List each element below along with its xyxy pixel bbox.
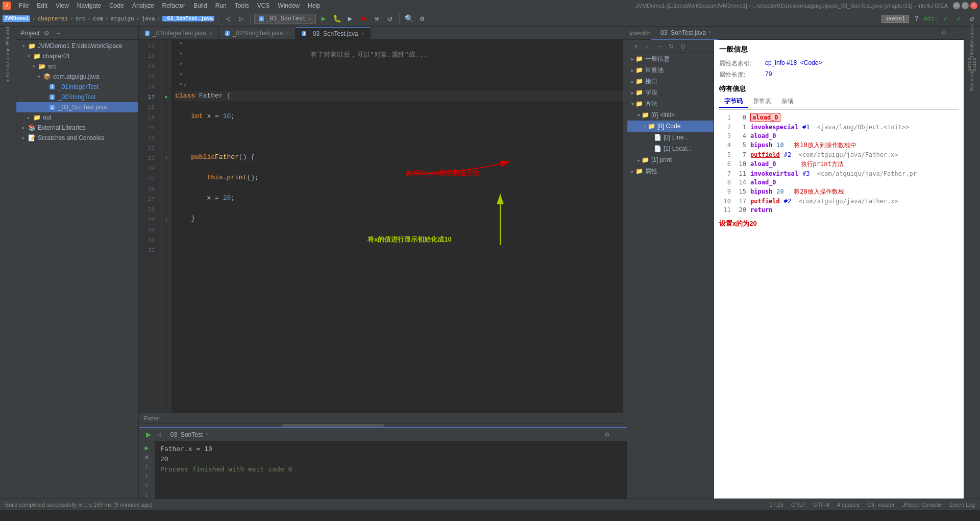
header-exception[interactable]: 异常表 [748,96,776,108]
editor-scrollbar[interactable] [623,40,627,413]
status-vcs[interactable]: Git: master [867,502,895,508]
right-tab-son-test[interactable]: _03_SonTest.java × [651,27,718,40]
tab-integer-test[interactable]: J _01IntegerTest.java × [139,27,219,39]
run-restart-btn[interactable]: ▶ [141,444,153,452]
run-play-btn[interactable]: ▶ [143,429,154,440]
jclass-line-table[interactable]: ▸ 📄 [0] Line... [627,132,714,143]
right-tab-close[interactable]: × [708,30,712,35]
jclass-local-table[interactable]: ▸ 📄 [1] Local... [627,143,714,154]
tab-close-3[interactable]: × [361,31,364,37]
tree-external-libs[interactable]: ▸ 📚 External Libraries [16,123,138,133]
menu-vcs[interactable]: VCS [253,1,274,10]
run-with-coverage-btn[interactable]: ▶ [345,13,356,25]
tree-scratches[interactable]: ▸ 📝 Scratches and Consoles [16,133,138,143]
status-crlf[interactable]: CRLF [791,502,806,508]
menu-run[interactable]: Run [211,1,231,10]
menu-help[interactable]: Help [304,1,325,10]
settings-btn[interactable]: ⚙ [416,13,428,25]
right-settings-btn[interactable]: ⚙ [939,29,948,38]
menu-edit[interactable]: Edit [33,1,52,10]
header-misc[interactable]: 杂项 [776,96,799,108]
search-everywhere-btn[interactable]: 🔍 [403,13,414,25]
tree-src[interactable]: ▾ 📂 src [16,61,138,72]
back-btn[interactable]: ◁ [222,13,233,25]
minimize-btn[interactable]: ─ [953,2,960,9]
run-up-btn[interactable]: ↑ [141,482,153,489]
tab-son-test[interactable]: J _03_SonTest.java × [296,27,371,39]
horizontal-scrollbar[interactable] [139,423,627,427]
chapter-badge[interactable]: chapter01 [38,16,68,22]
menu-analyze[interactable]: Analyze [128,1,158,10]
sidebar-structure-icon[interactable]: Structure [2,59,14,71]
run-tab-close[interactable]: × [205,432,208,437]
status-line-col[interactable]: 17:15 [770,502,784,508]
sidebar-database-icon[interactable]: Database [966,29,978,41]
tree-integer-test[interactable]: ▸ J _01IntegerTest [16,82,138,92]
stop-btn[interactable]: ■ [358,13,369,25]
forward-btn[interactable]: ▷ [235,13,247,25]
tree-son-test[interactable]: ▸ J _03_SonTest.java [16,102,138,112]
jclass-fields[interactable]: ▸ 📁 字段 [627,87,714,98]
tree-package[interactable]: ▾ 📦 com.atguigu.java [16,72,138,82]
jclass-constants[interactable]: ▸ 📁 常量池 [627,64,714,76]
build-btn[interactable]: ⚒ [371,13,382,25]
project-badge[interactable]: JVMDemo1 [3,15,30,22]
menu-window[interactable]: Window [274,1,304,10]
jclass-refresh-btn[interactable]: ↻ [667,42,676,51]
jrebel-badge[interactable]: JRebel [881,15,909,23]
sidebar-jrebel-icon[interactable]: JRebel [966,44,978,56]
menu-build[interactable]: Build [189,1,211,10]
run-settings-btn[interactable]: ⚙ [602,430,611,439]
run-tab[interactable]: _03_SonTest × [167,431,208,438]
status-event-log[interactable]: Event Log [949,502,975,508]
tree-chapter01[interactable]: ▾ 📁 chapter01 [16,51,138,61]
jclass-code-attr[interactable]: ▾ 📁 [0] Code [627,121,714,132]
run-config-selector[interactable]: J _03_SonTest ▾ [254,14,316,24]
header-bytecode[interactable]: 字节码 [719,96,748,108]
git-sync-btn[interactable]: ↺ [966,13,977,25]
menu-navigate[interactable]: Navigate [73,1,105,10]
git-check2-btn[interactable]: ✓ [953,13,964,25]
status-jrebel[interactable]: JRebel Console [902,502,942,508]
debug-btn[interactable]: 🐛 [331,13,342,25]
run-stop-btn[interactable]: ■ [141,454,153,461]
run-btn[interactable]: ▶ [318,13,329,25]
help-btn[interactable]: ? [911,13,922,25]
jclass-general-info[interactable]: ▸ 📁 一般信息 [627,53,714,64]
status-indent[interactable]: 4 spaces [837,502,860,508]
jclass-pin-btn[interactable]: ⊙ [678,42,688,51]
menu-tools[interactable]: Tools [231,1,253,10]
panel-minimize-btn[interactable]: – [54,29,63,38]
menu-view[interactable]: View [52,1,73,10]
right-minimize-btn[interactable]: – [950,29,960,38]
panel-settings-btn[interactable]: ⚙ [42,29,51,38]
menu-refactor[interactable]: Refactor [158,1,189,10]
jclass-methods[interactable]: ▾ 📁 方法 [627,98,714,109]
maximize-btn[interactable]: □ [962,2,969,9]
sidebar-bytecode-icon[interactable]: Bytecode [966,74,978,86]
jclass-back-btn[interactable]: ← [643,42,652,51]
run-down-btn[interactable]: ↓ [141,491,153,499]
menu-code[interactable]: Code [105,1,128,10]
code-editor[interactable]: 12 13 14 15 16 17 18 19 20 21 22 23 24 2… [139,40,627,413]
git-check-btn[interactable]: ✓ [940,13,951,25]
code-content[interactable]: * * 有了对象以后，可以"对象.属性"或... * * */ class Fa… [171,40,623,413]
jclass-interfaces[interactable]: ▸ 📁 接口 [627,76,714,87]
tree-string-test[interactable]: ▸ J _02StringTest [16,92,138,102]
run-scroll-btn[interactable]: ↕ [141,472,153,480]
run-minimize-btn[interactable]: – [614,430,623,439]
sidebar-project-icon[interactable]: Project [2,29,14,41]
jclass-close-btn[interactable]: × [631,42,641,51]
tab-close-2[interactable]: × [286,31,289,36]
tab-close-1[interactable]: × [209,31,212,36]
jclass-init-method[interactable]: ▾ 📁 [0] <init> [627,109,714,121]
rebuild-btn[interactable]: ↺ [384,13,396,25]
tree-out[interactable]: ▸ 📁 out [16,112,138,123]
status-charset[interactable]: UTF-8 [814,502,829,508]
tree-root[interactable]: ▾ 📁 JVMDemo1 E:\IdeaWorkSpace [16,41,138,51]
file-badge[interactable]: _03_SonTest.java [162,16,214,21]
menu-file[interactable]: File [15,1,33,10]
jclass-attributes[interactable]: ▸ 📁 属性 [627,165,714,177]
jclass-forward-btn[interactable]: → [655,42,664,51]
run-dump-btn[interactable]: ↕ [141,463,153,470]
